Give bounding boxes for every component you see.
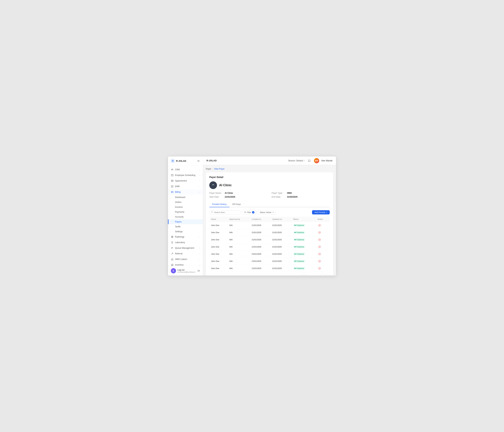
status-chip-close-button[interactable]: ✕: [272, 211, 274, 214]
sidebar-item-appointment[interactable]: Appointment ›: [168, 178, 203, 184]
sidebar-sub-item-settings[interactable]: Settings: [168, 229, 203, 234]
sidebar-sub-item-payments[interactable]: Payments: [168, 209, 203, 215]
sidebar-item-referral[interactable]: Referral ›: [168, 251, 203, 256]
referral-icon: [171, 252, 174, 255]
search-icon: [211, 211, 213, 214]
svg-rect-1: [198, 160, 199, 161]
sidebar-sub-item-orders[interactable]: Orders: [168, 200, 203, 205]
cell-action: [316, 243, 330, 251]
status-dot: [295, 225, 296, 226]
payer-name: AI Clinic: [219, 183, 232, 187]
sidebar-item-billing[interactable]: Billing ⌄: [168, 189, 203, 195]
branch-selector[interactable]: Branch: Default ▾: [288, 160, 305, 162]
rows-per-page-select[interactable]: 8162450: [300, 274, 307, 276]
tab-api-keys[interactable]: API Keys: [229, 202, 243, 207]
sidebar-header: R-JOLAD: [168, 156, 203, 165]
footer-user-info: Log out emmanuel@sendray.io: [178, 269, 196, 273]
status-badge: Published: [293, 252, 305, 256]
cell-status: Published: [291, 229, 316, 236]
cell-created-on: 21/01/2025: [250, 251, 270, 258]
col-name: Name: [209, 217, 228, 222]
deactivate-button[interactable]: [318, 238, 322, 242]
cell-approved-by: N/A: [228, 265, 250, 272]
status-dot: [295, 232, 296, 233]
sidebar-item-queue-management[interactable]: Queue Management ›: [168, 245, 203, 251]
page-content: Payer / View Payer Payer Detail: [203, 165, 336, 276]
deactivate-button[interactable]: [318, 266, 322, 270]
radiology-icon: [171, 235, 174, 238]
svg-point-5: [172, 169, 173, 170]
topbar: R-JOLAD Branch: Default ▾ AW Alex Wande: [203, 156, 336, 165]
sidebar-item-laboratory[interactable]: Laboratory ›: [168, 240, 203, 245]
sidebar-item-employee-scheduling[interactable]: Employee Scheduling ›: [168, 172, 203, 178]
chevron-down-icon: ⌄: [199, 191, 200, 193]
cell-status: Published: [291, 236, 316, 243]
col-status: Status: [291, 217, 316, 222]
prev-page-button[interactable]: ‹: [321, 274, 325, 276]
logout-button[interactable]: [198, 270, 200, 272]
add-pricelist-label: Add Pricelist: [315, 211, 325, 213]
sidebar-item-emr[interactable]: EMR ›: [168, 184, 203, 189]
detail-row-start-date: Start Date: 21/01/2025: [209, 196, 267, 198]
cell-created-on: 21/01/2025: [250, 236, 270, 243]
cell-updated-on: 21/01/2025: [270, 229, 291, 236]
table-row: John Doe N/A 21/01/2025 21/01/2025 Publi…: [209, 229, 330, 236]
sidebar-sub-item-accounts[interactable]: Accounts: [168, 215, 203, 219]
cell-status: Published: [291, 243, 316, 251]
chevron-right-icon: ›: [199, 174, 200, 176]
cell-action: [316, 258, 330, 265]
add-pricelist-button[interactable]: Add Pricelist +: [312, 210, 330, 215]
svg-rect-7: [171, 180, 173, 182]
deactivate-button[interactable]: [318, 259, 322, 263]
notification-button[interactable]: [306, 158, 312, 163]
deactivate-button[interactable]: [318, 223, 322, 227]
queue-management-icon: [171, 247, 174, 249]
end-date-label: End Date:: [272, 196, 286, 198]
cell-name: John Doe: [209, 251, 228, 258]
chevron-right-icon: ›: [199, 264, 200, 266]
status-badge: Published: [293, 238, 305, 241]
payer-logo: [209, 181, 217, 189]
breadcrumb-parent[interactable]: Payer: [206, 168, 211, 170]
sidebar-footer: E Log out emmanuel@sendray.io: [168, 266, 203, 276]
cell-action: [316, 222, 330, 229]
search-input[interactable]: [214, 211, 239, 213]
table-row: John Doe N/A 21/01/2025 21/01/2025 Publi…: [209, 265, 330, 272]
crm-icon: [171, 168, 174, 171]
sidebar-sub-item-invoices[interactable]: Invoices: [168, 205, 203, 209]
sidebar-collapse-button[interactable]: [197, 159, 200, 162]
payer-type-label: Payer Type:: [272, 192, 286, 194]
page-info: 1-8 of 13+0: [309, 275, 319, 276]
sidebar-item-label: Billing: [175, 191, 197, 193]
sidebar-item-radiology[interactable]: Radiology ›: [168, 234, 203, 240]
sidebar-item-label: Referral: [175, 252, 198, 255]
cell-approved-by: N/A: [228, 236, 250, 243]
sidebar-sub-item-dashboard[interactable]: Dashboard: [168, 195, 203, 200]
next-page-button[interactable]: ›: [325, 274, 330, 276]
status-badge: Published: [293, 245, 305, 248]
detail-row-end-date: End Date: 31/03/2025: [272, 196, 330, 198]
deactivate-button[interactable]: [318, 252, 322, 256]
col-updated-on: Updated on: [270, 217, 291, 222]
cell-created-on: 21/01/2025: [250, 243, 270, 251]
chevron-right-icon: ›: [199, 180, 200, 182]
sidebar-item-label: Laboratory: [175, 241, 198, 244]
cell-action: [316, 251, 330, 258]
payer-type-value: HMO: [287, 192, 292, 194]
sidebar-sub-item-payers[interactable]: Payers: [168, 219, 203, 224]
status-filter-chip: Status: Active ✕: [258, 210, 276, 215]
user-email: emmanuel@sendray.io: [178, 271, 196, 273]
tab-pricelist-history[interactable]: Pricelist History: [209, 202, 229, 207]
filter-button[interactable]: Filter 1: [242, 210, 256, 215]
sidebar-sub-item-tariffs[interactable]: Tariffs: [168, 224, 203, 229]
billing-icon: [171, 191, 174, 193]
emr-icon: [171, 185, 174, 188]
deactivate-button[interactable]: [318, 245, 322, 249]
sidebar-item-label: CRM: [175, 168, 198, 171]
cell-updated-on: 21/01/2025: [270, 265, 291, 272]
sidebar-item-crm[interactable]: CRM ›: [168, 167, 203, 172]
sidebar-item-inventory[interactable]: Inventory ›: [168, 262, 203, 266]
svg-rect-14: [171, 249, 172, 249]
deactivate-button[interactable]: [318, 231, 322, 234]
sidebar-item-hmo-liaison[interactable]: HMO Liaison ›: [168, 256, 203, 262]
